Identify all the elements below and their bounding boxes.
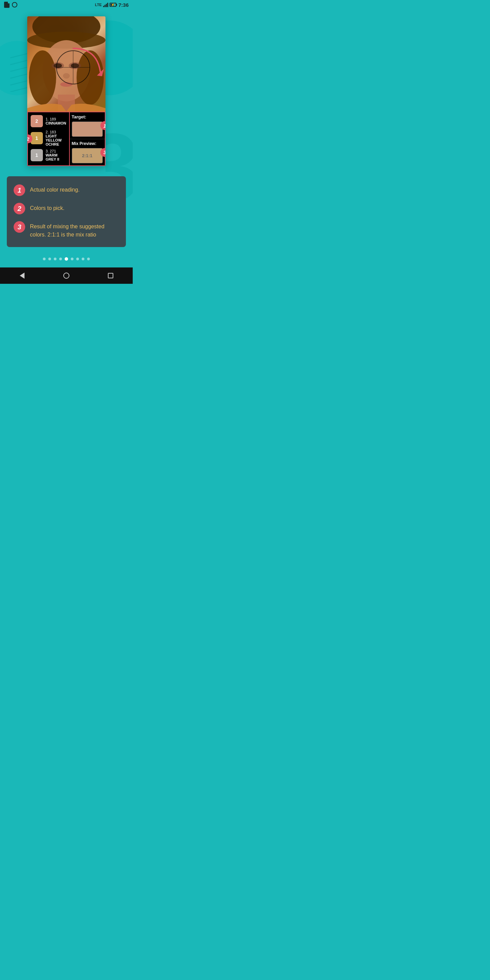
color-item-2: 1 2. 183 LIGHT YELLOW OCHRE bbox=[30, 130, 66, 146]
color-number-2: 2. bbox=[46, 130, 49, 134]
color-name-2: LIGHT YELLOW OCHRE bbox=[46, 134, 66, 146]
color-code-3: 271 bbox=[50, 149, 56, 153]
dot-1[interactable] bbox=[48, 258, 51, 260]
status-bar: LTE ⚡ 7:36 bbox=[0, 0, 133, 10]
legend-text-2: Colors to pick. bbox=[30, 203, 64, 212]
legend-text-3: Result of mixing the suggested colors. 2… bbox=[30, 221, 119, 239]
color-code-2: 183 bbox=[50, 130, 56, 134]
color-code-1: 189 bbox=[50, 117, 56, 121]
target-panel: Target: 1 Mix Preview: 2:1:1 3 bbox=[69, 112, 105, 165]
status-left-icons bbox=[4, 2, 18, 8]
dot-8[interactable] bbox=[87, 258, 90, 260]
swatch-badge-2: 1 bbox=[35, 135, 38, 141]
target-section: Target: 1 bbox=[70, 112, 105, 139]
legend-badge-3: 3 bbox=[14, 221, 25, 233]
color-info-2: 2. 183 LIGHT YELLOW OCHRE bbox=[46, 130, 66, 146]
circle-icon bbox=[11, 2, 18, 8]
color-swatch-2: 1 bbox=[30, 132, 43, 144]
swatch-badge-1: 2 bbox=[35, 118, 38, 124]
dot-2[interactable] bbox=[54, 258, 56, 260]
status-right-icons: LTE ⚡ 7:36 bbox=[95, 2, 129, 8]
back-icon bbox=[20, 272, 24, 279]
photo-card-wrapper: 2 2 1. 189 CINNAMON 1 bbox=[27, 16, 105, 166]
nav-bar bbox=[0, 267, 133, 284]
recent-icon bbox=[108, 273, 113, 278]
target-color-box bbox=[72, 121, 103, 137]
dot-6[interactable] bbox=[76, 258, 79, 260]
photo-image bbox=[27, 16, 105, 111]
target-label: Target: bbox=[72, 115, 103, 119]
color-swatch-1: 2 bbox=[30, 115, 43, 127]
legend-badge-2: 2 bbox=[14, 203, 25, 215]
clock-time: 7:36 bbox=[118, 2, 129, 8]
mix-label: Mix Preview: bbox=[72, 141, 103, 146]
color-panel: 2 2 1. 189 CINNAMON 1 bbox=[27, 111, 105, 166]
svg-point-0 bbox=[12, 2, 17, 7]
photo-card: 2 2 1. 189 CINNAMON 1 bbox=[27, 16, 105, 166]
legend-badge-1: 1 bbox=[14, 185, 25, 196]
legend-item-2: 2 Colors to pick. bbox=[14, 203, 119, 215]
color-swatch-3: 1 bbox=[30, 149, 43, 161]
color-number-1: 1. bbox=[46, 117, 49, 121]
dot-7[interactable] bbox=[82, 258, 84, 260]
color-number-3: 3. bbox=[46, 149, 49, 153]
battery-icon: ⚡ bbox=[110, 3, 116, 7]
main-content: 2 2 1. 189 CINNAMON 1 bbox=[0, 10, 133, 267]
dot-0[interactable] bbox=[43, 258, 46, 260]
signal-bars-icon bbox=[103, 2, 108, 7]
color-name-3: WARM GREY II bbox=[46, 153, 66, 161]
legend-item-1: 1 Actual color reading. bbox=[14, 185, 119, 196]
legend-item-3: 3 Result of mixing the suggested colors.… bbox=[14, 221, 119, 239]
home-icon bbox=[63, 272, 69, 279]
color-info-1: 1. 189 CINNAMON bbox=[46, 117, 66, 125]
legend-card: 1 Actual color reading. 2 Colors to pick… bbox=[7, 176, 126, 247]
color-list: 2 1. 189 CINNAMON 1 2. 183 LI bbox=[28, 112, 69, 165]
legend-text-1: Actual color reading. bbox=[30, 185, 80, 194]
color-item-3: 1 3. 271 WARM GREY II bbox=[30, 149, 66, 161]
recent-button[interactable] bbox=[104, 269, 118, 282]
home-button[interactable] bbox=[60, 269, 73, 282]
color-info-3: 3. 271 WARM GREY II bbox=[46, 149, 66, 161]
page-dots bbox=[43, 257, 90, 261]
color-item-1: 2 1. 189 CINNAMON bbox=[30, 115, 66, 127]
dot-4-active[interactable] bbox=[65, 257, 68, 261]
dot-5[interactable] bbox=[71, 258, 73, 260]
swatch-badge-3: 1 bbox=[35, 153, 38, 158]
dot-3[interactable] bbox=[59, 258, 62, 260]
back-button[interactable] bbox=[15, 269, 29, 282]
mix-section: Mix Preview: 2:1:1 3 bbox=[70, 139, 105, 165]
mix-ratio-text: 2:1:1 bbox=[82, 153, 92, 158]
crosshair-overlay bbox=[56, 50, 90, 84]
sd-card-icon bbox=[4, 2, 10, 8]
color-name-1: CINNAMON bbox=[46, 121, 66, 125]
svg-point-11 bbox=[29, 50, 56, 105]
lte-label: LTE bbox=[95, 3, 102, 7]
mix-color-box: 2:1:1 bbox=[72, 148, 103, 163]
